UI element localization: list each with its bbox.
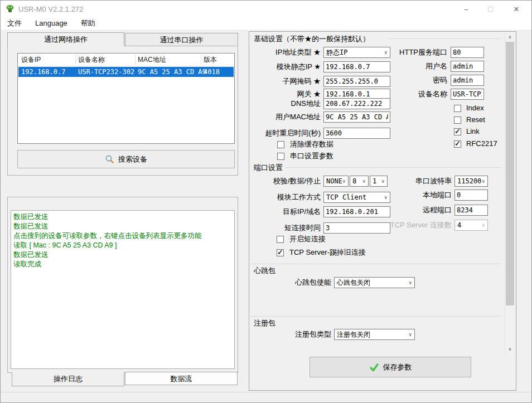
device-name-cell: USR-TCP232-302: [78, 68, 134, 76]
kick-old-checkbox[interactable]: [277, 249, 284, 256]
search-icon: [105, 154, 114, 164]
stopbits-value: 1: [373, 177, 376, 185]
scrollbar-thumb[interactable]: [506, 42, 514, 305]
save-params-label: 保存参数: [383, 362, 412, 372]
log-line: 点击搜到的设备可读取参数，右键点击设备列表显示更多功能: [13, 231, 232, 241]
http-port-input[interactable]: [451, 47, 484, 58]
scroll-down-icon: ∨: [509, 347, 512, 352]
minimize-button[interactable]: –: [455, 1, 477, 17]
window-title: USR-M0 V2.2.1.272: [18, 5, 83, 13]
device-mac-cell: 9C A5 25 A3 CD A9: [138, 68, 206, 76]
section-title-port: 端口设置: [254, 163, 283, 173]
subnet-label: 子网掩码 ★: [248, 76, 321, 87]
ip-type-value: 静态IP: [326, 48, 347, 57]
chevron-down-icon: ∨: [342, 178, 348, 184]
tab-operation-log[interactable]: 操作日志: [12, 372, 124, 386]
save-params-button[interactable]: 保存参数: [309, 357, 471, 377]
close-icon: ✕: [514, 5, 520, 13]
heartbeat-enable-label: 心跳包使能: [259, 277, 331, 288]
log-line: 读取 [ Mac : 9C A5 25 A3 CD A9 ]: [13, 241, 232, 250]
menu-help[interactable]: 帮助: [74, 17, 102, 30]
static-ip-label: 模块静态IP ★: [248, 61, 321, 72]
col-header-device-ip: 设备IP: [21, 55, 41, 65]
section-line: [250, 316, 501, 317]
section-line: [285, 167, 501, 168]
section-line: [388, 38, 501, 39]
settings-scrollbar[interactable]: ∧ ∨: [505, 32, 515, 355]
operation-log-area[interactable]: 数据已发送 数据已发送 点击搜到的设备可读取参数，右键点击设备列表显示更多功能 …: [11, 210, 235, 369]
clear-cache-label: 清除缓存数据: [290, 140, 333, 149]
short-conn-label: 开启短连接: [289, 235, 326, 244]
local-port-label: 本地端口: [379, 190, 452, 201]
app-logo-icon: [6, 4, 14, 13]
section-line: [250, 264, 501, 264]
scroll-down-button[interactable]: ∨: [505, 344, 515, 354]
tab-data-stream[interactable]: 数据流: [125, 372, 238, 385]
title-bar: USR-M0 V2.2.1.272 – ✕: [1, 1, 531, 17]
work-mode-value: TCP Client: [326, 193, 366, 201]
chevron-down-icon: ∨: [481, 178, 487, 184]
baud-rate-label: 串口波特率: [379, 176, 452, 187]
http-port-label: HTTP服务端口: [375, 47, 447, 58]
rfc2217-label: RFC2217: [466, 139, 497, 148]
chevron-down-icon: ∨: [481, 222, 487, 228]
heartbeat-enable-select[interactable]: 心跳包关闭 ∨: [334, 277, 415, 288]
username-label: 用户名: [375, 61, 447, 72]
user-mac-input[interactable]: [323, 111, 390, 123]
status-bar: [1, 392, 531, 403]
serial-setting-checkbox[interactable]: [277, 153, 284, 160]
device-ip-cell: 192.168.0.7: [21, 68, 65, 76]
databits-value: 8: [352, 177, 356, 185]
user-mac-label: 用户MAC地址: [248, 111, 321, 123]
short-conn-time-label: 短连接时间: [248, 222, 321, 234]
save-check-icon: [369, 362, 379, 372]
timeout-restart-label: 超时重启时间(秒): [243, 128, 321, 139]
device-name-input[interactable]: [451, 89, 484, 100]
index-label: Index: [466, 104, 484, 113]
menu-language[interactable]: Language: [28, 17, 74, 30]
column-divider: [201, 55, 201, 65]
max-conn-select[interactable]: 4 ∨: [454, 220, 488, 231]
rfc2217-checkbox[interactable]: [454, 140, 461, 148]
timeout-restart-input[interactable]: [323, 128, 390, 139]
reset-checkbox[interactable]: [454, 116, 461, 124]
maximize-button[interactable]: [479, 1, 501, 17]
reset-label: Reset: [466, 115, 485, 124]
local-port-input[interactable]: [454, 190, 488, 201]
databits-select[interactable]: 8 ∨: [350, 176, 369, 187]
register-type-select[interactable]: 注册包关闭 ∨: [334, 329, 415, 340]
tab-network-operation[interactable]: 通过网络操作: [7, 32, 124, 46]
short-conn-checkbox[interactable]: [277, 236, 284, 243]
close-button[interactable]: ✕: [505, 1, 528, 17]
scroll-up-button[interactable]: ∧: [505, 32, 515, 42]
link-checkbox[interactable]: [454, 128, 461, 135]
username-input[interactable]: [451, 61, 484, 72]
column-divider: [135, 55, 136, 65]
minimize-icon: –: [464, 5, 468, 13]
remote-port-label: 远程端口: [379, 205, 452, 216]
tab-serial-operation[interactable]: 通过串口操作: [125, 33, 238, 46]
chevron-down-icon: ∨: [408, 280, 414, 285]
parity-value: NONE: [326, 177, 342, 185]
device-version-cell: 4018: [204, 68, 220, 76]
password-input[interactable]: [451, 75, 484, 86]
register-type-value: 注册包关闭: [337, 330, 370, 339]
device-row-selected[interactable]: 192.168.0.7 USR-TCP232-302 9C A5 25 A3 C…: [18, 67, 234, 77]
remote-port-input[interactable]: [454, 205, 488, 216]
baud-rate-select[interactable]: 115200 ∨: [454, 176, 488, 187]
parity-select[interactable]: NONE ∨: [323, 176, 349, 187]
col-header-version: 版本: [204, 55, 217, 65]
password-label: 密码: [375, 75, 447, 86]
index-checkbox[interactable]: [454, 105, 461, 112]
max-conn-value: 4: [457, 221, 461, 229]
device-name-label: 设备名称: [375, 89, 447, 100]
scroll-up-icon: ∧: [509, 35, 512, 40]
baud-rate-value: 115200: [457, 177, 481, 185]
clear-cache-checkbox[interactable]: [277, 141, 284, 148]
dns-input[interactable]: [323, 98, 390, 109]
col-header-device-name: 设备名称: [78, 55, 105, 65]
menu-file[interactable]: 文件: [1, 17, 28, 30]
column-divider: [75, 55, 76, 65]
search-device-button[interactable]: 搜索设备: [17, 150, 235, 168]
device-list[interactable]: 设备IP 设备名称 MAC地址 版本 192.168.0.7 USR-TCP23…: [17, 53, 235, 144]
